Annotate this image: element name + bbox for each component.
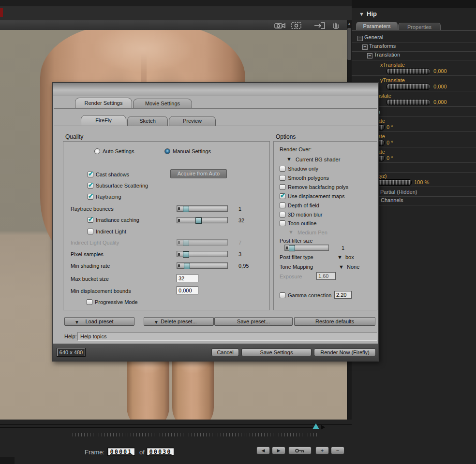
indirect-light-checkbox[interactable]: ✔ xyxy=(88,229,93,234)
total-frames-input[interactable] xyxy=(147,448,174,456)
collapse-translation-icon[interactable]: − xyxy=(367,53,372,58)
smooth-polygons-checkbox[interactable]: ✔ xyxy=(280,175,285,181)
help-topics-field[interactable]: Help topics xyxy=(77,332,377,341)
min-displacement-bounds-input[interactable] xyxy=(177,286,198,294)
dial-ztranslate[interactable] xyxy=(387,99,430,105)
current-frame-input[interactable] xyxy=(107,448,135,456)
dial-xtranslate[interactable] xyxy=(387,68,430,74)
delete-keyframe-button[interactable]: − xyxy=(331,447,344,454)
tab-divider xyxy=(54,126,377,126)
export-icon[interactable] xyxy=(313,21,326,30)
minus-icon: − xyxy=(336,448,339,453)
partial-hidden-label[interactable]: Partial (Hidden) xyxy=(380,189,417,195)
add-keyframe-button[interactable]: + xyxy=(315,447,329,454)
slider-handle[interactable] xyxy=(183,251,189,258)
tab-movie-settings[interactable]: Movie Settings xyxy=(133,99,192,108)
previous-frame-button[interactable]: ◀ xyxy=(256,447,270,454)
post-filter-size-slider[interactable] xyxy=(284,245,329,251)
tab-firefly[interactable]: FireFly xyxy=(81,115,126,126)
delete-preset-dropdown-icon[interactable]: ▼ xyxy=(154,319,159,326)
manual-settings-label: Manual Settings xyxy=(173,148,211,154)
motion-blur-checkbox[interactable]: ✔ xyxy=(280,212,285,218)
pixel-samples-slider[interactable] xyxy=(177,251,228,257)
render-over-dropdown-icon[interactable]: ▼ xyxy=(286,156,292,162)
tab-sketch[interactable]: Sketch xyxy=(127,116,168,126)
dial-value-scale-xyz[interactable]: 100 % xyxy=(414,179,429,185)
collapse-transforms-icon[interactable]: − xyxy=(362,44,368,50)
edit-keyframes-button[interactable] xyxy=(288,447,312,454)
auto-settings-radio[interactable] xyxy=(94,148,100,154)
render-camera-icon[interactable] xyxy=(274,21,286,30)
indirect-light-label: Indirect Light xyxy=(96,229,126,234)
subsurface-checkbox[interactable]: ✔ xyxy=(88,183,93,188)
cast-shadows-checkbox[interactable]: ✔ xyxy=(88,172,93,177)
slider-handle[interactable] xyxy=(184,263,190,269)
hand-icon[interactable] xyxy=(330,21,342,30)
timeline-scrub-track[interactable] xyxy=(0,427,313,428)
slider-handle[interactable] xyxy=(195,218,202,224)
raytracing-checkbox[interactable]: ✔ xyxy=(88,194,93,200)
tab-render-settings[interactable]: Render Settings xyxy=(75,98,132,108)
panel-top-strip xyxy=(352,0,476,8)
raytrace-bounces-slider[interactable] xyxy=(177,205,228,212)
load-preset-button[interactable]: ▼ Load preset xyxy=(64,317,134,326)
next-frame-button[interactable]: ▶ xyxy=(272,447,285,454)
dial-value-zrotate[interactable]: 0 ° xyxy=(387,155,393,161)
use-displacement-checkbox[interactable]: ✔ xyxy=(280,193,285,199)
delete-preset-button[interactable]: ▼ Delete preset... xyxy=(144,317,214,326)
slider-handle[interactable] xyxy=(183,206,189,212)
tab-properties[interactable]: Properties xyxy=(398,23,441,30)
render-settings-dialog: Render Settings Movie Settings FireFly S… xyxy=(52,82,379,362)
actor-title[interactable]: Hip xyxy=(367,10,377,17)
dial-value-ytranslate[interactable]: 0,000 xyxy=(433,84,447,89)
post-filter-type-dropdown-icon[interactable]: ▼ xyxy=(337,254,342,260)
timeline-playhead[interactable] xyxy=(312,423,319,429)
remove-backfacing-checkbox[interactable]: ✔ xyxy=(280,184,285,190)
render-now-button[interactable]: Render Now (Firefly) xyxy=(314,348,376,356)
dial-value-ztranslate[interactable]: 0,000 xyxy=(433,99,447,105)
tab-preview[interactable]: Preview xyxy=(169,116,216,126)
shadow-only-checkbox[interactable]: ✔ xyxy=(280,166,285,172)
pixel-samples-value: 3 xyxy=(238,251,241,257)
post-filter-size-label: Post filter size xyxy=(280,238,312,244)
viewport-scrollbar-thumb[interactable] xyxy=(347,28,351,60)
cast-shadows-label: Cast shadows xyxy=(96,172,129,177)
save-preset-button[interactable]: Save preset... xyxy=(214,317,293,326)
gamma-correction-input[interactable] xyxy=(334,291,352,299)
actor-menu-arrow-icon[interactable]: ▼ xyxy=(359,11,364,17)
restore-defaults-button[interactable]: Restore defaults xyxy=(294,317,375,326)
exposure-input xyxy=(316,272,336,280)
min-shading-rate-slider[interactable] xyxy=(177,262,228,269)
restore-defaults-label: Restore defaults xyxy=(315,319,354,324)
max-bucket-size-input[interactable] xyxy=(177,274,198,282)
depth-of-field-checkbox[interactable]: ✔ xyxy=(280,203,285,208)
viewport-toolbar xyxy=(0,20,352,30)
collapse-general-icon[interactable]: − xyxy=(357,36,363,41)
manual-settings-radio[interactable] xyxy=(164,148,170,154)
scrollbar-up-icon[interactable]: ▲ xyxy=(347,21,352,27)
area-render-icon[interactable] xyxy=(290,21,304,30)
save-settings-button[interactable]: Save Settings xyxy=(241,348,312,356)
row-divider xyxy=(352,60,476,60)
slider-handle[interactable] xyxy=(289,245,295,251)
irradiance-caching-slider[interactable] xyxy=(177,217,228,223)
dial-value-xrotate[interactable]: 0 ° xyxy=(387,124,393,130)
tone-mapping-dropdown-icon[interactable]: ▼ xyxy=(339,264,344,270)
progressive-mode-checkbox[interactable]: ✔ xyxy=(87,299,92,305)
render-over-value[interactable]: Current BG shader xyxy=(296,157,340,162)
acquire-from-auto-label: Acquire from Auto xyxy=(178,171,220,176)
gamma-correction-checkbox[interactable]: ✔ xyxy=(280,292,285,298)
tab-parameters[interactable]: Parameters xyxy=(356,22,398,30)
dialog-title-band[interactable] xyxy=(53,83,378,96)
dial-value-yrotate[interactable]: 0 ° xyxy=(387,140,393,145)
irradiance-caching-checkbox[interactable]: ✔ xyxy=(88,217,93,223)
progressive-mode-label: Progressive Mode xyxy=(95,299,138,305)
dial-value-xtranslate[interactable]: 0,000 xyxy=(433,68,447,74)
load-preset-dropdown-icon[interactable]: ▼ xyxy=(74,319,79,326)
acquire-from-auto-button[interactable]: Acquire from Auto xyxy=(170,169,227,178)
post-filter-type-value[interactable]: box xyxy=(345,254,354,260)
toon-outline-checkbox[interactable]: ✔ xyxy=(280,220,285,226)
dial-ytranslate[interactable] xyxy=(387,84,430,90)
tone-mapping-value[interactable]: None xyxy=(347,264,359,270)
cancel-button[interactable]: Cancel xyxy=(211,348,239,356)
